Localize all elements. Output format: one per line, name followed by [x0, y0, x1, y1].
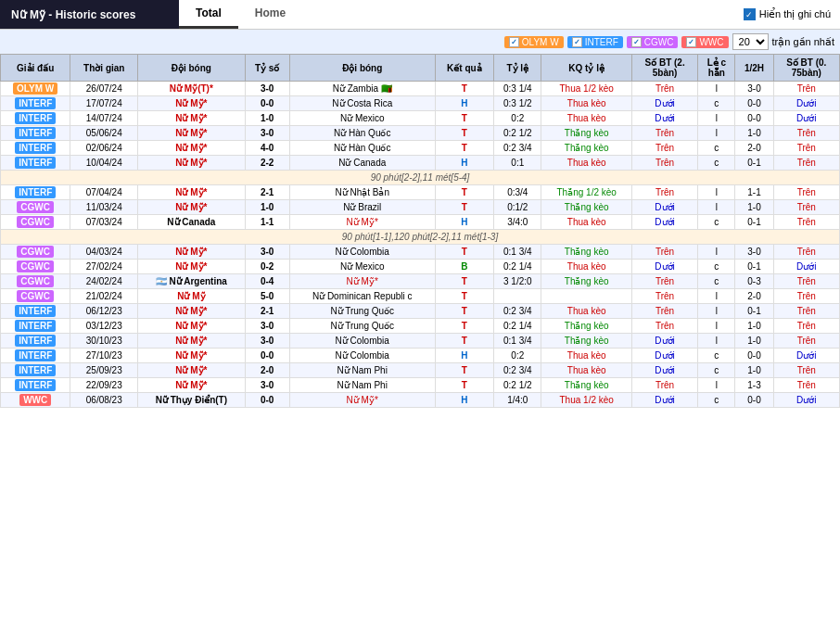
date-cell-value: 05/06/24	[86, 128, 122, 138]
date-cell: 03/12/23	[70, 319, 138, 334]
filter-interf[interactable]: ✓ INTERF	[567, 36, 623, 48]
so-bt2-cell: Trên	[773, 289, 839, 304]
so-bt2-cell-value: Trên	[797, 217, 816, 227]
kq-ty-le-cell: Thắng kèo	[541, 334, 631, 349]
ty-le-cell: 0:2 1/2	[494, 378, 541, 393]
so-bt2-cell: Trên	[773, 304, 839, 319]
le-chan-cell-value: c	[714, 143, 719, 153]
team2-cell-value: Nữ Dominican Republi c	[312, 291, 413, 301]
score-cell-value: 3-0	[261, 321, 274, 331]
half-cell: 1-0	[735, 334, 773, 349]
ty-le-cell-value: 0:2	[511, 113, 524, 123]
team1-cell-value: Nữ Mỹ*	[175, 113, 207, 123]
team1-cell: Nữ Mỹ*	[138, 334, 245, 349]
kq-ty-le-cell-value: Thua 1/2 kèo	[560, 395, 614, 405]
filter-olym[interactable]: ✓ OLYM W	[504, 36, 564, 48]
cat-cell: CGWC	[1, 245, 70, 260]
le-chan-cell-value: c	[714, 350, 719, 361]
team1-cell-value: Nữ Mỹ*	[175, 128, 207, 138]
score-cell: 2-1	[245, 185, 289, 200]
team1-cell-value: Nữ Mỹ*	[175, 380, 207, 390]
half-cell-value: 1-0	[747, 202, 760, 212]
le-chan-cell: c	[698, 96, 735, 111]
so-bt-cell-value: Dưới	[655, 113, 674, 123]
ty-le-cell-value: 0:2 3/4	[503, 143, 532, 153]
le-chan-cell-value: l	[716, 113, 718, 123]
date-cell-value: 21/02/24	[86, 291, 122, 301]
ty-le-cell-value: 0:1 3/4	[503, 336, 532, 346]
date-cell-value: 07/03/24	[86, 217, 122, 227]
so-bt-cell: Dưới	[631, 96, 697, 111]
ty-le-cell-value: 0:2 3/4	[503, 365, 532, 375]
score-cell-value: 0-0	[261, 350, 274, 361]
cat-cell: INTERF	[1, 304, 70, 319]
kq-cell-value: T	[462, 202, 467, 212]
le-chan-cell-value: l	[716, 321, 718, 331]
kq-ty-le-cell-value: Thua kèo	[567, 261, 606, 272]
cat-cell: INTERF	[1, 141, 70, 156]
team2-cell-value: Nữ Hàn Quốc	[334, 143, 390, 153]
so-bt2-cell: Trên	[773, 82, 839, 96]
date-cell: 27/02/24	[70, 260, 138, 274]
half-cell-value: 0-3	[747, 276, 760, 286]
le-chan-cell-value: l	[716, 306, 718, 316]
cat-cell: INTERF	[1, 319, 70, 334]
kq-ty-le-cell-value: Thắng kèo	[565, 336, 609, 346]
team1-cell: Nữ Mỹ(T)*	[138, 82, 245, 96]
table-row: WWC06/08/23Nữ Thụy Điển(T)0-0Nữ Mỹ*H1/4:…	[1, 393, 840, 408]
filter-wwc[interactable]: ✓ WWC	[681, 36, 728, 48]
filter-cgwc[interactable]: ✓ CGWC	[627, 36, 679, 48]
half-cell: 0-1	[735, 260, 773, 274]
date-cell: 24/02/24	[70, 274, 138, 289]
ty-le-cell: 3/4:0	[494, 215, 541, 230]
so-bt2-cell: Dưới	[773, 111, 839, 126]
le-chan-cell: c	[698, 274, 735, 289]
date-cell-value: 03/12/23	[86, 321, 122, 331]
team1-cell: Nữ Mỹ*	[138, 304, 245, 319]
le-chan-cell-value: c	[714, 261, 719, 272]
ty-le-cell: 0:1/2	[494, 200, 541, 215]
col-giai-dau: Giải đấu	[1, 55, 70, 82]
kq-cell-value: T	[462, 276, 467, 286]
le-chan-cell: l	[698, 319, 735, 334]
filter-interf-checkbox[interactable]: ✓	[572, 37, 582, 47]
score-cell: 3-0	[245, 378, 289, 393]
half-cell: 0-1	[735, 215, 773, 230]
cat-cell: INTERF	[1, 334, 70, 349]
tab-home[interactable]: Home	[238, 0, 302, 29]
kq-cell: B	[435, 260, 494, 274]
team1-cell-value: Nữ Canada	[167, 217, 215, 227]
team2-cell: Nữ Colombia	[289, 349, 435, 363]
date-cell: 25/09/23	[70, 363, 138, 378]
so-bt2-cell-value: Dưới	[796, 261, 816, 272]
so-bt-cell: Dưới	[631, 200, 697, 215]
le-chan-cell-value: l	[716, 380, 718, 390]
le-chan-cell: c	[698, 215, 735, 230]
le-chan-cell: l	[698, 334, 735, 349]
col-kq-ty-le: KQ tỷ lệ	[541, 55, 631, 82]
separator-row: 90 phút[2-2],11 mét[5-4]	[1, 171, 840, 185]
ty-le-cell: 0:2	[494, 349, 541, 363]
team2-cell-value: Nữ Brazil	[343, 202, 381, 212]
team2-cell-value: Nữ Zambia 🇿🇲	[333, 83, 392, 94]
kq-ty-le-cell-value: Thắng kèo	[565, 276, 609, 286]
le-chan-cell-value: l	[716, 187, 718, 197]
cat-cell: INTERF	[1, 111, 70, 126]
half-cell: 0-0	[735, 96, 773, 111]
kq-ty-le-cell-value: Thắng kèo	[565, 202, 609, 212]
kq-cell-value: T	[462, 365, 467, 375]
filter-wwc-checkbox[interactable]: ✓	[686, 37, 696, 47]
kq-ty-le-cell-value: Thua kèo	[567, 350, 606, 361]
count-select[interactable]: 20 10 30 50	[732, 33, 769, 50]
tab-total[interactable]: Total	[179, 0, 238, 29]
show-notes-checkbox[interactable]: ✓	[744, 8, 756, 20]
ty-le-cell: 0:3/4	[494, 185, 541, 200]
col-ty-le: Tỷ lệ	[494, 55, 541, 82]
so-bt2-cell-value: Trên	[797, 128, 816, 138]
so-bt2-cell: Trên	[773, 156, 839, 171]
filter-cgwc-checkbox[interactable]: ✓	[631, 37, 642, 47]
filter-olym-checkbox[interactable]: ✓	[509, 37, 519, 47]
half-cell: 1-0	[735, 126, 773, 141]
so-bt2-cell: Trên	[773, 334, 839, 349]
half-cell-value: 0-0	[747, 350, 760, 361]
